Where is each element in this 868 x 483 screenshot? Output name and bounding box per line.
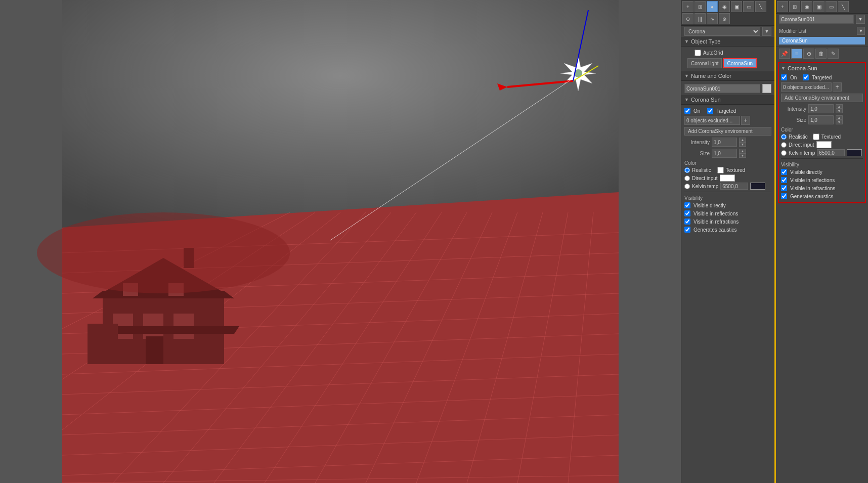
name-color-arrow: ▼ — [684, 73, 689, 78]
visible-reflections-row: Visible in reflections — [684, 209, 771, 217]
mod-btn-delete[interactable]: 🗑 — [815, 49, 827, 59]
on-label: On — [693, 108, 700, 114]
prop-excluded-row: + — [781, 81, 863, 93]
toolbar-btn-target[interactable]: ⊙ — [682, 13, 693, 24]
toolbar-btn-x[interactable]: ⊗ — [719, 13, 730, 24]
prop-kelvin-input[interactable] — [817, 149, 845, 156]
prop-toolbar-btn5[interactable]: ▭ — [826, 1, 837, 12]
prop-intensity-down[interactable]: ▼ — [836, 109, 843, 113]
textured-checkbox[interactable] — [717, 167, 724, 173]
prop-size-down[interactable]: ▼ — [836, 120, 843, 124]
targeted-checkbox[interactable] — [707, 108, 713, 114]
prop-direct-input-swatch[interactable] — [816, 141, 832, 148]
name-color-swatch[interactable] — [762, 84, 771, 93]
mod-btn-list[interactable]: ≡ — [791, 49, 802, 59]
prop-name-btn[interactable]: ▼ — [856, 15, 865, 24]
prop-direct-input-radio[interactable] — [781, 142, 787, 148]
toolbar-btn-rect[interactable]: ▭ — [743, 1, 754, 12]
toolbar-btn-shape[interactable]: ▣ — [731, 1, 742, 12]
prop-toolbar-btn1[interactable]: + — [777, 1, 788, 12]
visible-reflections-label: Visible in reflections — [693, 211, 738, 216]
prop-realistic-row: Realistic Textured — [781, 133, 863, 141]
visible-refractions-checkbox[interactable] — [684, 218, 690, 225]
modifier-list-header: Modifier List ▼ — [779, 26, 865, 36]
realistic-radio[interactable] — [684, 167, 690, 173]
toolbar-btn-circle[interactable]: ● — [707, 1, 718, 12]
visible-directly-checkbox[interactable] — [684, 202, 690, 208]
prop-add-sky-btn[interactable]: Add CoronaSky environment — [781, 94, 863, 102]
kelvin-radio[interactable] — [684, 184, 690, 189]
size-up[interactable]: ▲ — [739, 149, 746, 153]
name-color-section-header[interactable]: ▼ Name and Color — [681, 71, 774, 81]
modifier-list-dropdown-btn[interactable]: ▼ — [857, 27, 865, 35]
toolbar-btn-grid[interactable]: ⊞ — [695, 1, 706, 12]
prop-targeted-checkbox[interactable] — [803, 74, 809, 80]
prop-realistic-label: Realistic — [789, 134, 808, 140]
prop-generates-caustics-checkbox[interactable] — [781, 193, 787, 199]
prop-intensity-up[interactable]: ▲ — [836, 104, 843, 109]
prop-visible-refractions-row: Visible in refractions — [781, 184, 863, 192]
prop-kelvin-label: Kelvin temp — [789, 150, 815, 156]
prop-textured-checkbox[interactable] — [813, 134, 819, 140]
corona-sun-btn[interactable]: CoronaSun — [723, 58, 757, 68]
toolbar-btn-plus[interactable]: + — [682, 1, 693, 12]
corona-dropdown[interactable]: Corona — [684, 27, 760, 36]
prop-targeted-label: Targeted — [812, 75, 832, 80]
visible-reflections-checkbox[interactable] — [684, 210, 690, 216]
prop-kelvin-radio[interactable] — [781, 150, 787, 156]
prop-excluded-input[interactable] — [781, 82, 832, 92]
intensity-down[interactable]: ▼ — [739, 142, 746, 147]
dropdown-arrow-btn[interactable]: ▼ — [762, 27, 771, 36]
prop-toolbar-btn4[interactable]: ▣ — [813, 1, 824, 12]
visible-refractions-label: Visible in refractions — [693, 219, 739, 225]
viewport[interactable] — [0, 0, 681, 483]
mod-btn-pin[interactable]: 📌 — [779, 49, 790, 59]
size-input[interactable] — [712, 149, 737, 158]
realistic-label: Realistic — [692, 167, 711, 173]
object-type-section-header[interactable]: ▼ Object Type — [681, 37, 774, 47]
prop-visible-reflections-checkbox[interactable] — [781, 177, 787, 183]
intensity-up[interactable]: ▲ — [739, 138, 746, 142]
prop-toolbar-btn6[interactable]: ╲ — [838, 1, 849, 12]
prop-name-input[interactable] — [779, 15, 854, 24]
direct-input-radio[interactable] — [684, 175, 690, 181]
toolbar-btn-lines[interactable]: ||| — [695, 13, 706, 24]
toolbar-btn-dot[interactable]: ◉ — [719, 1, 730, 12]
generates-caustics-checkbox[interactable] — [684, 227, 690, 233]
modifier-item[interactable]: CoronaSun — [779, 37, 865, 45]
auto-grid-row: AutoGrid — [684, 49, 771, 57]
object-name-input[interactable] — [684, 84, 760, 93]
textured-label: Textured — [726, 167, 745, 173]
intensity-input[interactable] — [712, 138, 737, 147]
size-down[interactable]: ▼ — [739, 153, 746, 158]
properties-panel: + ⊞ ◉ ▣ ▭ ╲ ▼ Modifier List ▼ CoronaSun … — [774, 0, 868, 483]
add-sky-btn[interactable]: Add CoronaSky environment — [684, 127, 771, 136]
prop-visible-refractions-checkbox[interactable] — [781, 185, 787, 191]
kelvin-input[interactable] — [720, 183, 748, 190]
on-checkbox[interactable] — [684, 108, 690, 114]
prop-on-checkbox[interactable] — [781, 74, 787, 80]
corona-light-btn[interactable]: CoronaLight — [687, 58, 722, 68]
toolbar-btn-diag[interactable]: ╲ — [755, 1, 766, 12]
excluded-input[interactable] — [684, 116, 740, 125]
prop-intensity-input[interactable] — [808, 104, 834, 113]
mod-btn-edit[interactable]: ✎ — [828, 49, 839, 59]
prop-excluded-plus-btn[interactable]: + — [833, 82, 842, 92]
prop-toolbar-btn3[interactable]: ◉ — [801, 1, 812, 12]
corona-sun-section-header[interactable]: ▼ Corona Sun — [681, 95, 774, 105]
prop-toolbar-btn2[interactable]: ⊞ — [789, 1, 800, 12]
prop-on-targeted-row: On Targeted — [781, 73, 863, 81]
prop-realistic-radio[interactable] — [781, 134, 787, 140]
prop-visible-directly-checkbox[interactable] — [781, 169, 787, 175]
prop-size-input[interactable] — [808, 115, 834, 124]
prop-on-label: On — [790, 75, 797, 80]
prop-textured-label: Textured — [821, 134, 841, 140]
prop-direct-input-label: Direct input — [789, 142, 814, 148]
prop-visible-reflections-label: Visible in reflections — [790, 178, 835, 183]
auto-grid-checkbox[interactable] — [695, 50, 701, 56]
prop-size-up[interactable]: ▲ — [836, 115, 843, 120]
excluded-plus-btn[interactable]: + — [741, 116, 750, 125]
toolbar-btn-wave[interactable]: ∿ — [707, 13, 718, 24]
mod-btn-add[interactable]: ⊕ — [803, 49, 814, 59]
direct-input-swatch[interactable] — [720, 174, 735, 182]
